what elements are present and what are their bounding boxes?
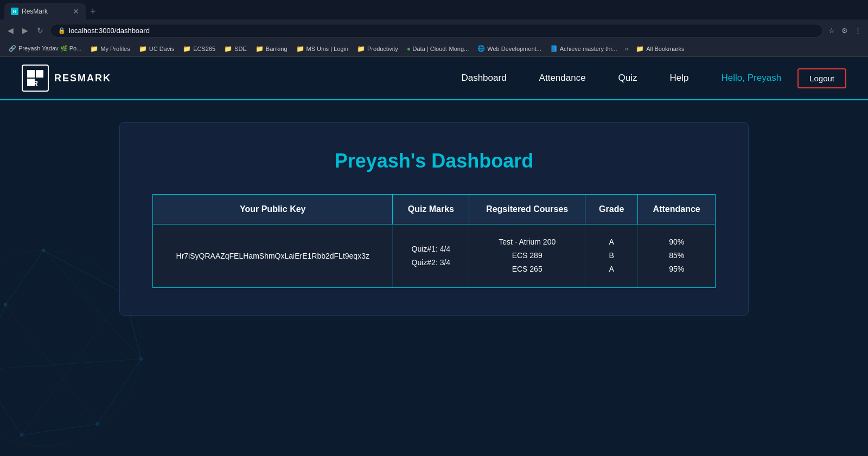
bookmark-btn[interactable]: ☆ bbox=[827, 25, 836, 36]
back-button[interactable]: ◀ bbox=[5, 25, 16, 36]
bookmark-banking[interactable]: 📁 Banking bbox=[252, 44, 291, 54]
address-bar[interactable]: 🔒 localhost:3000/dashboard bbox=[50, 24, 823, 37]
bookmark-achieve[interactable]: 📘 Achieve mastery thr... bbox=[547, 44, 621, 53]
navbar: R RESMARK Dashboard Attendance Quiz Help… bbox=[0, 57, 868, 100]
navbar-links: Dashboard Attendance Quiz Help bbox=[461, 73, 688, 84]
nav-dashboard[interactable]: Dashboard bbox=[461, 73, 506, 84]
quiz2-mark: Quiz#2: 3/4 bbox=[404, 256, 458, 269]
browser-chrome: R ResMark ✕ + ◀ ▶ ↻ 🔒 localhost:3000/das… bbox=[0, 0, 868, 57]
nav-dashboard-link[interactable]: Dashboard bbox=[461, 73, 506, 83]
grade-2: B bbox=[596, 249, 627, 262]
grade-3: A bbox=[596, 262, 627, 276]
bookmark-ms-unis[interactable]: 📁 MS Unis | Login bbox=[293, 44, 352, 54]
dashboard-title: Preyash's Dashboard bbox=[152, 150, 716, 172]
bookmark-all[interactable]: 📁 All Bookmarks bbox=[633, 44, 687, 54]
quiz1-mark: Quiz#1: 4/4 bbox=[404, 242, 458, 256]
main-content: Preyash's Dashboard Your Public Key Quiz… bbox=[0, 100, 868, 446]
nav-help-link[interactable]: Help bbox=[670, 73, 689, 83]
forward-button[interactable]: ▶ bbox=[20, 25, 30, 36]
attendance-2: 85% bbox=[649, 249, 704, 262]
attendance-cell: 90% 85% 95% bbox=[638, 224, 716, 288]
browser-toolbar: ◀ ▶ ↻ 🔒 localhost:3000/dashboard ☆ ⚙ ⋮ bbox=[0, 20, 868, 41]
bookmark-data-cloud[interactable]: ● Data | Cloud: Mong... bbox=[404, 44, 472, 53]
app-wrapper: R RESMARK Dashboard Attendance Quiz Help… bbox=[0, 57, 868, 456]
svg-rect-20 bbox=[27, 70, 35, 78]
menu-btn[interactable]: ⋮ bbox=[853, 25, 863, 36]
col-header-public-key: Your Public Key bbox=[153, 195, 393, 224]
logo-icon: R bbox=[22, 65, 49, 92]
active-tab[interactable]: R ResMark ✕ bbox=[4, 3, 86, 20]
svg-text:R: R bbox=[33, 79, 38, 87]
nav-attendance-link[interactable]: Attendance bbox=[539, 73, 586, 83]
table-row: Hr7iSyQRAAZqFELHamShmQxLaiErE1Rbb2dFLt9e… bbox=[153, 224, 716, 288]
extensions-btn[interactable]: ⚙ bbox=[840, 25, 849, 36]
svg-rect-21 bbox=[36, 70, 43, 78]
col-header-quiz-marks: Quiz Marks bbox=[393, 195, 469, 224]
table-header-row: Your Public Key Quiz Marks Regsitered Co… bbox=[153, 195, 716, 224]
course-2: ECS 289 bbox=[480, 249, 574, 262]
url-text: localhost:3000/dashboard bbox=[69, 27, 150, 35]
nav-quiz[interactable]: Quiz bbox=[618, 73, 637, 84]
bookmark-uc-davis[interactable]: 📁 UC Davis bbox=[136, 44, 177, 54]
grade-cell: A B A bbox=[585, 224, 638, 288]
bookmark-sde[interactable]: 📁 SDE bbox=[221, 44, 250, 54]
bookmark-productivity[interactable]: 📁 Productivity bbox=[354, 44, 401, 54]
nav-help[interactable]: Help bbox=[670, 73, 689, 84]
attendance-1: 90% bbox=[649, 235, 704, 249]
quiz-marks-cell: Quiz#1: 4/4 Quiz#2: 3/4 bbox=[393, 224, 469, 288]
courses-cell: Test - Atrium 200 ECS 289 ECS 265 bbox=[469, 224, 585, 288]
navbar-logo: R RESMARK bbox=[22, 65, 111, 92]
tab-close-button[interactable]: ✕ bbox=[73, 7, 79, 16]
course-3: ECS 265 bbox=[480, 262, 574, 276]
col-header-grade: Grade bbox=[585, 195, 638, 224]
nav-quiz-link[interactable]: Quiz bbox=[618, 73, 637, 83]
grade-1: A bbox=[596, 235, 627, 249]
lock-icon: 🔒 bbox=[58, 27, 66, 34]
bookmarks-overflow: » bbox=[625, 45, 629, 53]
nav-attendance[interactable]: Attendance bbox=[539, 73, 586, 84]
bookmark-web-dev[interactable]: 🌐 Web Development... bbox=[474, 44, 544, 53]
course-1: Test - Atrium 200 bbox=[480, 235, 574, 249]
new-tab-button[interactable]: + bbox=[86, 6, 100, 17]
bookmark-my-profiles[interactable]: 📁 My Profiles bbox=[87, 44, 133, 54]
tab-favicon: R bbox=[11, 8, 18, 15]
browser-tabs: R ResMark ✕ + bbox=[0, 0, 868, 20]
logout-button[interactable]: Logout bbox=[797, 68, 846, 88]
bookmarks-bar: 🔗 Preyash Yadav 🌿 Po... 📁 My Profiles 📁 … bbox=[0, 41, 868, 56]
col-header-attendance: Attendance bbox=[638, 195, 716, 224]
bookmark-preyash[interactable]: 🔗 Preyash Yadav 🌿 Po... bbox=[5, 44, 85, 53]
dashboard-table: Your Public Key Quiz Marks Regsitered Co… bbox=[152, 194, 716, 288]
tab-title: ResMark bbox=[22, 8, 48, 15]
col-header-courses: Regsitered Courses bbox=[469, 195, 585, 224]
public-key-cell: Hr7iSyQRAAZqFELHamShmQxLaiErE1Rbb2dFLt9e… bbox=[153, 224, 393, 288]
logo-text: RESMARK bbox=[54, 73, 111, 84]
reload-button[interactable]: ↻ bbox=[35, 25, 46, 36]
bookmark-ecs265[interactable]: 📁 ECS265 bbox=[180, 44, 219, 54]
attendance-3: 95% bbox=[649, 262, 704, 276]
browser-actions: ☆ ⚙ ⋮ bbox=[827, 25, 863, 36]
nav-greeting: Hello, Preyash bbox=[722, 73, 782, 84]
dashboard-card: Preyash's Dashboard Your Public Key Quiz… bbox=[119, 122, 749, 316]
